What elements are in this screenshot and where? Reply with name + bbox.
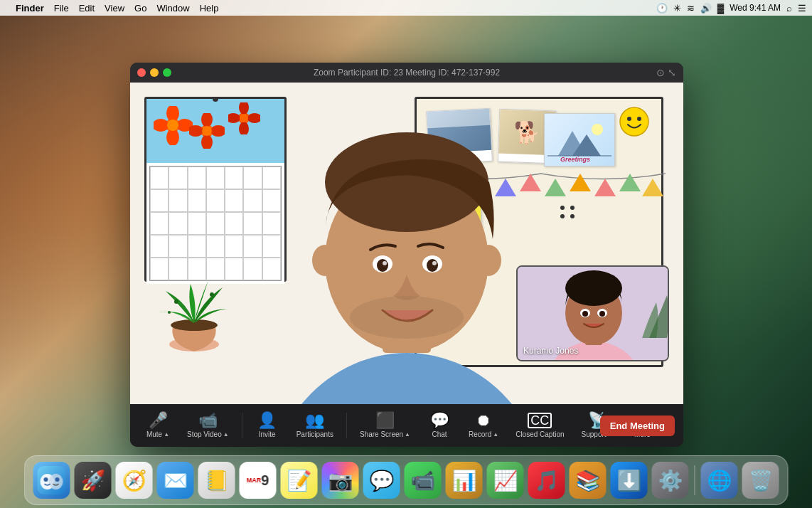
dock-music[interactable]: 🎵 [528, 462, 565, 499]
mute-label: Mute [146, 430, 162, 438]
svg-point-53 [427, 259, 438, 272]
dock-appstore[interactable]: ⬇️ [611, 462, 648, 499]
dock-facetime2[interactable]: 📹 [405, 462, 442, 499]
dock: 🚀 🧭 ✉️ 📒 MAR 9 📝 📷 💬 📹 📊 📈 🎵 📚 ⬇️ ⚙️ 🌐 🗑… [24, 455, 789, 505]
record-icon: ⏺ [476, 413, 491, 428]
volume-icon[interactable]: 🔊 [700, 3, 712, 14]
svg-point-71 [49, 474, 63, 490]
dock-notes[interactable]: 📝 [281, 462, 318, 499]
zoom-video-area: 🐕 [130, 83, 683, 404]
zoom-window: Zoom Participant ID: 23 Meeting ID: 472-… [130, 63, 683, 447]
video-camera-icon: 📹 [198, 413, 218, 428]
toolbar-divider-1 [242, 413, 242, 438]
zoom-toolbar: 🎤 Mute ▲ 📹 Stop Video ▲ 👤 Invite 👥 Parti… [130, 404, 683, 447]
maximize-button[interactable] [163, 68, 171, 77]
svg-point-55 [432, 261, 437, 265]
menubar-file[interactable]: File [54, 3, 69, 14]
closed-caption-button[interactable]: CC Closed Caption [508, 410, 571, 441]
dock-separator [695, 465, 695, 495]
invite-icon: 👤 [257, 413, 277, 428]
dock-numbers[interactable]: 📈 [487, 462, 524, 499]
svg-point-58 [476, 245, 501, 276]
dock-books[interactable]: 📚 [570, 462, 607, 499]
record-label: Record [469, 430, 491, 438]
dock-messages[interactable]: 💬 [363, 462, 400, 499]
dock-photos[interactable]: 📷 [322, 462, 359, 499]
menubar-view[interactable]: View [105, 3, 124, 14]
svg-point-52 [377, 259, 388, 272]
dock-finder[interactable] [33, 462, 70, 499]
chat-button[interactable]: 💬 Chat [420, 410, 459, 441]
window-title: Zoom Participant ID: 23 Meeting ID: 472-… [314, 68, 500, 78]
microphone-icon: 🎤 [149, 413, 168, 428]
menubar-go[interactable]: Go [134, 3, 146, 14]
dock-trash[interactable]: 🗑️ [742, 462, 779, 499]
participants-button[interactable]: 👥 Participants [289, 410, 341, 441]
closed-caption-label: Closed Caption [515, 430, 564, 438]
participant-thumbnail: Kuramo Jones [516, 265, 669, 361]
window-fullscreen-icon[interactable]: ⤡ [668, 67, 676, 78]
mute-arrow-icon: ▲ [164, 431, 169, 438]
svg-point-67 [582, 311, 588, 317]
closed-caption-icon: CC [528, 413, 552, 428]
record-button[interactable]: ⏺ Record ▲ [461, 410, 506, 441]
participant-name-label: Kuramo Jones [523, 346, 578, 356]
participants-label: Participants [297, 430, 333, 438]
menubar-help[interactable]: Help [200, 3, 219, 14]
stop-video-button[interactable]: 📹 Stop Video ▲ [180, 410, 236, 441]
stop-video-arrow-icon: ▲ [223, 431, 229, 438]
menubar-window[interactable]: Window [156, 3, 189, 14]
share-screen-label: Share Screen [360, 430, 403, 438]
invite-button[interactable]: 👤 Invite [248, 410, 287, 441]
menubar-finder[interactable]: Finder [16, 3, 44, 14]
dock-safari[interactable]: 🧭 [116, 462, 153, 499]
dock-launchpad[interactable]: 🚀 [75, 462, 112, 499]
svg-point-68 [599, 311, 605, 317]
svg-point-46 [265, 353, 549, 404]
wifi-icon[interactable]: ≋ [687, 3, 695, 14]
share-screen-icon: ⬛ [375, 413, 395, 428]
window-zoom-icon[interactable]: ⊙ [656, 67, 665, 78]
svg-point-56 [350, 296, 464, 339]
search-icon[interactable]: ⌕ [786, 3, 792, 14]
participants-icon: 👥 [305, 413, 324, 428]
close-button[interactable] [137, 68, 146, 77]
dock-network[interactable]: 🌐 [701, 462, 738, 499]
dock-keynote[interactable]: 📊 [446, 462, 483, 499]
mute-button[interactable]: 🎤 Mute ▲ [139, 410, 177, 441]
battery-icon: ▓ [717, 3, 724, 14]
control-center-icon[interactable]: ☰ [798, 3, 806, 14]
svg-point-57 [312, 245, 338, 276]
svg-point-73 [55, 477, 60, 482]
dock-contacts[interactable]: 📒 [198, 462, 235, 499]
time-machine-icon: 🕐 [656, 3, 668, 14]
zoom-titlebar: Zoom Participant ID: 23 Meeting ID: 472-… [130, 63, 683, 83]
chat-icon: 💬 [430, 413, 449, 428]
clock: Wed 9:41 AM [730, 3, 781, 13]
share-screen-arrow-icon: ▲ [405, 431, 410, 438]
menubar: Finder File Edit View Go Window Help 🕐 ✳… [0, 0, 812, 16]
svg-point-72 [44, 477, 48, 482]
invite-label: Invite [259, 430, 276, 438]
minimize-button[interactable] [150, 68, 159, 77]
dock-mail[interactable]: ✉️ [157, 462, 194, 499]
menubar-right: 🕐 ✳ ≋ 🔊 ▓ Wed 9:41 AM ⌕ ☰ [656, 3, 806, 14]
svg-point-54 [383, 261, 387, 265]
toolbar-divider-2 [346, 413, 347, 438]
end-meeting-button[interactable]: End Meeting [600, 416, 675, 436]
menubar-edit[interactable]: Edit [79, 3, 95, 14]
stop-video-label: Stop Video [187, 430, 222, 438]
dock-settings[interactable]: ⚙️ [652, 462, 689, 499]
record-arrow-icon: ▲ [493, 431, 498, 438]
bluetooth-icon[interactable]: ✳ [673, 3, 681, 14]
chat-label: Chat [432, 430, 447, 438]
dock-calendar[interactable]: MAR 9 [240, 462, 277, 499]
share-screen-button[interactable]: ⬛ Share Screen ▲ [353, 410, 417, 441]
